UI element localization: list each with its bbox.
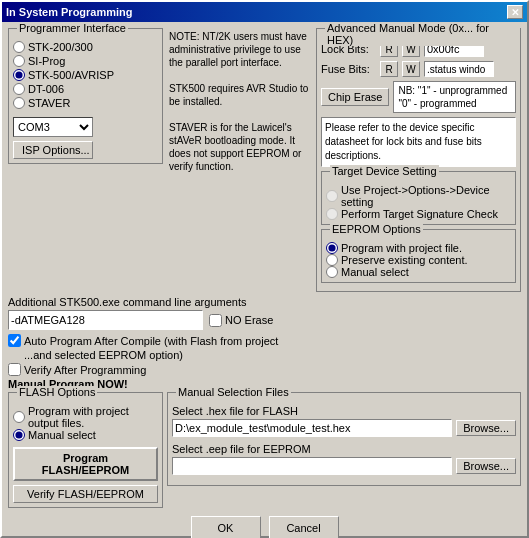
radio-staver-label: STAVER xyxy=(28,97,70,109)
eeprom-option3-label: Manual select xyxy=(341,266,409,278)
advanced-manual-group: Advanced Manual Mode (0x... for HEX) Loc… xyxy=(316,28,521,292)
manual-selection-group: Manual Selection Files Select .hex file … xyxy=(167,392,521,486)
eeprom-option1: Program with project file. xyxy=(326,242,511,254)
flash-options-label: FLASH Options xyxy=(17,386,97,398)
radio-siprog-input[interactable] xyxy=(13,55,25,67)
auto-program-checkbox[interactable] xyxy=(8,334,21,347)
verify-flash-button[interactable]: Verify FLASH/EEPROM xyxy=(13,485,158,503)
flash-option2-label: Manual select xyxy=(28,429,96,441)
note-text: NOTE: NT/2K users must have administrati… xyxy=(167,28,312,296)
flash-options-group: FLASH Options Program with project outpu… xyxy=(8,392,163,508)
eeprom-option2-label: Preserve existing content. xyxy=(341,254,468,266)
manual-selection-label: Manual Selection Files xyxy=(176,386,291,398)
hex-browse-button[interactable]: Browse... xyxy=(456,420,516,436)
close-button[interactable]: ✕ xyxy=(507,5,523,19)
additional-label: Additional STK500.exe command line argum… xyxy=(8,296,521,308)
window-title: In System Programming xyxy=(6,6,133,18)
fuse-bits-label: Fuse Bits: xyxy=(321,63,376,75)
fuse-bits-input[interactable] xyxy=(424,61,494,77)
radio-dt006-input[interactable] xyxy=(13,83,25,95)
target-device-label: Target Device Setting xyxy=(330,165,439,177)
eeprom-option3: Manual select xyxy=(326,266,511,278)
main-window: In System Programming ✕ Programmer Inter… xyxy=(0,0,529,538)
eep-file-label: Select .eep file for EEPROM xyxy=(172,443,516,455)
eeprom-options-group: EEPROM Options Program with project file… xyxy=(321,229,516,283)
radio-stk500-input[interactable] xyxy=(13,69,25,81)
verify-after-label: Verify After Programming xyxy=(24,364,146,376)
eeprom-options-label: EEPROM Options xyxy=(330,223,423,235)
flash-option1-input[interactable] xyxy=(13,411,25,423)
target-option2-label: Perform Target Signature Check xyxy=(341,208,498,220)
radio-dt006-label: DT-006 xyxy=(28,83,64,95)
additional-input[interactable] xyxy=(8,310,203,330)
target-option2: Perform Target Signature Check xyxy=(326,208,511,220)
programmer-radio-group: STK-200/300 SI-Prog STK-500/AVRISP xyxy=(13,41,158,109)
title-bar: In System Programming ✕ xyxy=(2,2,527,22)
radio-siprog-label: SI-Prog xyxy=(28,55,65,67)
nb-note: NB: "1" - unprogrammed"0" - programmed xyxy=(393,81,516,113)
eep-browse-button[interactable]: Browse... xyxy=(456,458,516,474)
auto-program-sub: ...and selected EEPROM option) xyxy=(24,349,521,361)
hex-file-row: Select .hex file for FLASH Browse... xyxy=(172,405,516,437)
flash-option1: Program with project output files. xyxy=(13,405,158,429)
fuse-r-button[interactable]: R xyxy=(380,61,398,77)
radio-siprog: SI-Prog xyxy=(13,55,158,67)
advanced-manual-label: Advanced Manual Mode (0x... for HEX) xyxy=(325,22,520,46)
ok-cancel-row: OK Cancel xyxy=(8,516,521,538)
eeprom-option1-input[interactable] xyxy=(326,242,338,254)
radio-stk200-label: STK-200/300 xyxy=(28,41,93,53)
ok-button[interactable]: OK xyxy=(191,516,261,538)
eep-file-input[interactable] xyxy=(172,457,452,475)
programmer-interface-label: Programmer Interface xyxy=(17,22,128,34)
eeprom-option1-label: Program with project file. xyxy=(341,242,462,254)
target-option1-label: Use Project->Options->Device setting xyxy=(341,184,511,208)
flash-option2-input[interactable] xyxy=(13,429,25,441)
verify-after-row: Verify After Programming xyxy=(8,363,521,376)
auto-program-row: Auto Program After Compile (with Flash f… xyxy=(8,334,521,347)
eeprom-option2: Preserve existing content. xyxy=(326,254,511,266)
additional-row: Additional STK500.exe command line argum… xyxy=(8,296,521,330)
auto-program-label: Auto Program After Compile (with Flash f… xyxy=(24,335,278,347)
radio-dt006: DT-006 xyxy=(13,83,158,95)
radio-stk200: STK-200/300 xyxy=(13,41,158,53)
fuse-w-button[interactable]: W xyxy=(402,61,420,77)
fuse-bits-row: Fuse Bits: R W xyxy=(321,61,516,77)
eeprom-option2-input[interactable] xyxy=(326,254,338,266)
hex-file-label: Select .hex file for FLASH xyxy=(172,405,516,417)
radio-staver: STAVER xyxy=(13,97,158,109)
hex-file-input[interactable] xyxy=(172,419,452,437)
eep-file-row: Select .eep file for EEPROM Browse... xyxy=(172,443,516,475)
cancel-button[interactable]: Cancel xyxy=(269,516,339,538)
refer-text: Please refer to the device specific data… xyxy=(321,117,516,167)
isp-options-button[interactable]: ISP Options... xyxy=(13,141,93,159)
target-option2-input[interactable] xyxy=(326,208,338,220)
verify-after-checkbox[interactable] xyxy=(8,363,21,376)
radio-stk200-input[interactable] xyxy=(13,41,25,53)
program-flash-button[interactable]: Program FLASH/EEPROM xyxy=(13,447,158,481)
programmer-interface-group: Programmer Interface STK-200/300 SI-Prog xyxy=(8,28,163,164)
target-option1-input[interactable] xyxy=(326,190,338,202)
radio-staver-input[interactable] xyxy=(13,97,25,109)
chip-erase-button[interactable]: Chip Erase xyxy=(321,88,389,106)
flash-option2: Manual select xyxy=(13,429,158,441)
no-erase-checkbox[interactable] xyxy=(209,314,222,327)
radio-stk500-label: STK-500/AVRISP xyxy=(28,69,114,81)
eeprom-option3-input[interactable] xyxy=(326,266,338,278)
no-erase-label: NO Erase xyxy=(225,314,273,326)
flash-option1-label: Program with project output files. xyxy=(28,405,158,429)
target-device-group: Target Device Setting Use Project->Optio… xyxy=(321,171,516,225)
com-select[interactable]: COM3 xyxy=(13,117,93,137)
target-option1: Use Project->Options->Device setting xyxy=(326,184,511,208)
chip-erase-row: Chip Erase NB: "1" - unprogrammed"0" - p… xyxy=(321,81,516,113)
radio-stk500: STK-500/AVRISP xyxy=(13,69,158,81)
